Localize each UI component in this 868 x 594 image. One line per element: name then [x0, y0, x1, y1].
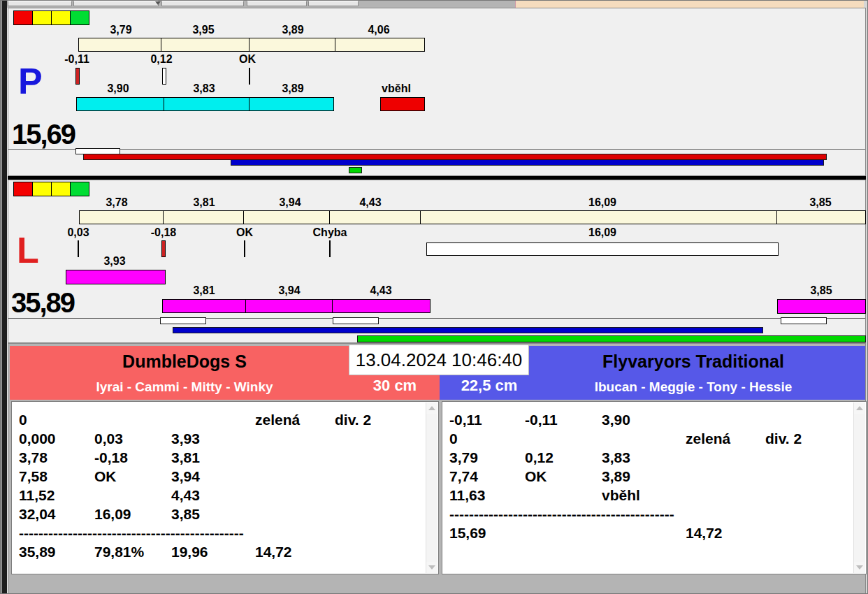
delta-label: -0,18 [151, 226, 176, 239]
split-bar-segment [335, 38, 425, 52]
table-cell: 3,89 [602, 467, 686, 486]
scroll-up-icon[interactable] [426, 403, 437, 414]
dropdown-caret-icon[interactable] [155, 1, 161, 5]
scroll-down-icon[interactable] [854, 562, 865, 573]
table-cell: zelená [255, 410, 335, 429]
split-bar [80, 210, 866, 224]
table-row: 0 zelená div. 2 [442, 429, 866, 448]
table-cell: 3,85 [171, 505, 255, 523]
dog-split-label: 3,81 [193, 284, 215, 297]
last-dog-bar [777, 299, 866, 314]
traffic-light-green [70, 182, 89, 196]
table-cell [255, 467, 335, 486]
jump-height-right: 22,5 cm [461, 377, 518, 395]
table-cell [686, 448, 765, 467]
table-cell: 0,000 [19, 429, 94, 448]
table-cell: 0 [449, 429, 525, 448]
timeline-blue-bar [231, 159, 824, 166]
table-cell [335, 429, 438, 448]
split-bar-segment [776, 210, 866, 224]
traffic-light-yellow2 [51, 10, 71, 25]
toolbar-button[interactable] [247, 1, 307, 6]
split-time-label: 3,85 [809, 196, 831, 209]
table-cell: 7,58 [19, 467, 94, 486]
dog-split-label: 3,85 [810, 284, 832, 297]
jump-height-left: 30 cm [373, 377, 417, 395]
table-cell: 11,63 [449, 486, 525, 505]
dog-split-label: 3,93 [103, 255, 125, 268]
traffic-light [14, 182, 89, 196]
table-cell: 14,72 [686, 523, 765, 542]
scrollbar[interactable] [853, 403, 865, 573]
toolbar-button[interactable] [73, 1, 159, 6]
table-row: 3,78 -0,18 3,81 [12, 448, 438, 467]
table-cell [335, 542, 438, 561]
dog-split-label: 3,90 [107, 82, 129, 95]
timeline-green-bar [357, 335, 866, 342]
separator-row: ----------------------------------------… [442, 505, 866, 523]
table-cell [686, 410, 765, 429]
separator-row: ----------------------------------------… [12, 523, 438, 542]
fault-label: vběhl [382, 82, 411, 95]
toolbar-button[interactable] [308, 1, 359, 6]
split-time-label: 16,09 [588, 196, 616, 209]
table-cell [602, 523, 686, 542]
fault-box [380, 97, 425, 111]
split-bar-segment [78, 38, 161, 52]
lane-p-section: 3,79 3,95 3,89 4,06 -0,11 0,12 OK P 3,90… [8, 8, 866, 176]
table-cell [765, 467, 866, 486]
split-time-label: 3,79 [110, 24, 131, 36]
table-cell [255, 505, 335, 523]
table-row: 11,63 vběhl [442, 486, 866, 505]
delta-tick [244, 240, 245, 257]
toolbar-button[interactable] [161, 1, 244, 6]
table-cell [335, 486, 438, 505]
timeline-blue-bar [173, 327, 763, 333]
split-time-label: 3,95 [192, 24, 214, 36]
table-cell: 19,96 [171, 542, 255, 561]
table-cell: OK [94, 467, 171, 486]
delta-tick [78, 240, 79, 257]
table-cell: 0 [19, 410, 94, 429]
dog-split-label: 3,83 [193, 82, 215, 95]
dog-split-label: 3,94 [278, 284, 300, 297]
delta-tick [249, 68, 250, 85]
table-cell: 0,03 [94, 429, 171, 448]
timing-app-window: 3,79 3,95 3,89 4,06 -0,11 0,12 OK P 3,90… [0, 0, 868, 594]
table-cell: vběhl [602, 486, 686, 505]
table-cell [255, 429, 335, 448]
split-time-label: 3,89 [282, 24, 303, 36]
scroll-up-icon[interactable] [854, 403, 865, 414]
table-cell: 3,78 [19, 448, 94, 467]
table-cell [765, 448, 866, 467]
split-time-label: 4,06 [368, 24, 389, 36]
toolbar-button[interactable] [8, 1, 72, 6]
traffic-light-red [13, 10, 33, 25]
table-cell: 11,52 [19, 486, 94, 505]
table-cell [255, 486, 335, 505]
scoreboard-panel: DumbleDogs S Iyrai - Cammi - Mitty - Win… [8, 343, 866, 594]
long-split-label: 16,09 [588, 226, 616, 239]
table-row: 7,74 OK 3,89 [442, 467, 866, 486]
dog-split-segment [164, 97, 249, 111]
table-row: -0,11 -0,11 3,90 [442, 410, 866, 429]
traffic-light [14, 10, 89, 25]
split-time-label: 3,81 [193, 196, 215, 209]
table-cell [525, 429, 602, 448]
datetime-display: 13.04.2024 10:46:40 [349, 345, 529, 375]
timeline-baseline [8, 149, 865, 150]
scroll-down-icon[interactable] [426, 562, 437, 573]
split-bar-segment [420, 210, 777, 224]
table-cell: 4,43 [171, 486, 255, 505]
table-cell: 3,93 [171, 429, 255, 448]
dog-split-label: 3,89 [282, 82, 303, 95]
team-name-right: Flyvaryors Traditional [602, 352, 784, 372]
table-cell: -0,11 [449, 410, 525, 429]
lane-l-section: 3,78 3,81 3,94 4,43 16,09 3,85 0,03 -0,1… [8, 180, 866, 343]
scrollbar[interactable] [426, 403, 437, 573]
table-cell: zelená [686, 429, 765, 448]
table-cell: 14,72 [255, 542, 335, 561]
dog-split-segment [76, 97, 164, 111]
split-time-label: 3,94 [279, 196, 301, 209]
table-cell [765, 410, 866, 429]
